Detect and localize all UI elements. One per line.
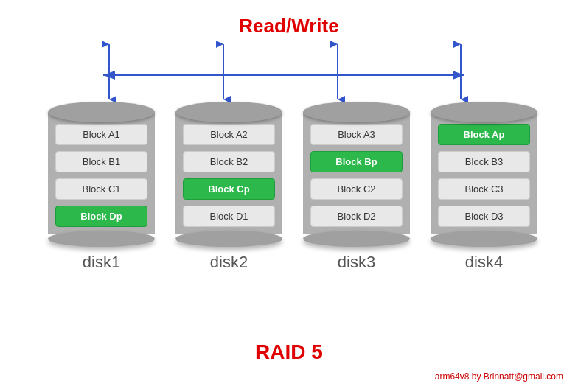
- disk3-label: disk3: [338, 253, 375, 272]
- disk3-bottom: [303, 231, 410, 247]
- block-d1: Block D1: [183, 206, 275, 227]
- disk4-top: [431, 102, 537, 122]
- block-c3: Block C3: [438, 178, 530, 200]
- block-a3: Block A3: [310, 124, 403, 145]
- block-b2: Block B2: [183, 151, 275, 172]
- block-c1: Block C1: [55, 178, 147, 200]
- disk4-body: Block Ap Block B3 Block C3 Block D3: [431, 112, 537, 234]
- disk2-top: [175, 102, 282, 122]
- block-b1: Block B1: [55, 151, 147, 172]
- disk1-bottom: [48, 231, 155, 247]
- disk4-label: disk4: [465, 253, 503, 272]
- block-d2: Block D2: [310, 206, 403, 227]
- disk1-body: Block A1 Block B1 Block C1 Block Dp: [48, 112, 155, 234]
- block-bp: Block Bp: [310, 151, 403, 172]
- disk2-cylinder: Block A2 Block B2 Block Cp Block D1: [175, 102, 282, 247]
- arrow-disk4: [453, 41, 468, 103]
- raid-label: RAID 5: [0, 340, 578, 364]
- disk1-top: [48, 102, 155, 122]
- disk2-bottom: [175, 231, 282, 247]
- arrow-disk1: [102, 41, 116, 103]
- block-b3: Block B3: [438, 151, 530, 172]
- disk3-body: Block A3 Block Bp Block C2 Block D2: [303, 112, 410, 234]
- read-write-title: Read/Write: [0, 15, 578, 38]
- arrow-disk3: [330, 41, 345, 103]
- disk4-wrapper: Block Ap Block B3 Block C3 Block D3 disk…: [427, 102, 541, 272]
- disk1-wrapper: Block A1 Block B1 Block C1 Block Dp disk…: [44, 102, 159, 272]
- block-c2: Block C2: [310, 178, 403, 200]
- disk2-wrapper: Block A2 Block B2 Block Cp Block D1 disk…: [172, 102, 286, 272]
- block-dp: Block Dp: [55, 206, 147, 227]
- disk4-bottom: [431, 231, 537, 247]
- credit-text: arm64v8 by Brinnatt@gmail.com: [435, 371, 563, 382]
- disk3-top: [303, 102, 410, 122]
- arrow-disk2: [216, 41, 231, 103]
- horizontal-arrow: [96, 68, 472, 83]
- block-ap: Block Ap: [438, 124, 530, 145]
- disk2-body: Block A2 Block B2 Block Cp Block D1: [175, 112, 282, 234]
- block-d3: Block D3: [438, 206, 530, 227]
- disk3-cylinder: Block A3 Block Bp Block C2 Block D2: [303, 102, 410, 247]
- disk1-label: disk1: [83, 253, 120, 272]
- block-a1: Block A1: [55, 124, 147, 145]
- block-cp: Block Cp: [183, 178, 275, 200]
- disk4-cylinder: Block Ap Block B3 Block C3 Block D3: [431, 102, 537, 247]
- block-a2: Block A2: [183, 124, 275, 145]
- disk3-wrapper: Block A3 Block Bp Block C2 Block D2 disk…: [299, 102, 414, 272]
- disk2-label: disk2: [210, 253, 248, 272]
- disk1-cylinder: Block A1 Block B1 Block C1 Block Dp: [48, 102, 155, 247]
